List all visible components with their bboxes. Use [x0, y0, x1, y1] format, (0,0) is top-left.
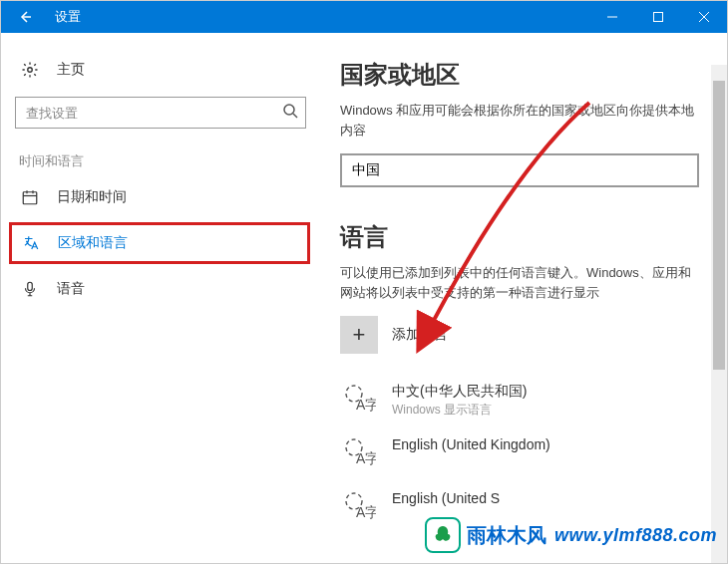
back-button[interactable] — [1, 1, 49, 33]
country-dropdown[interactable]: 中国 — [340, 153, 699, 187]
sidebar-item-label: 语音 — [57, 280, 85, 298]
home-link[interactable]: 主页 — [1, 51, 320, 89]
svg-text:A字: A字 — [356, 450, 376, 466]
arrow-left-icon — [17, 9, 33, 25]
svg-text:A字: A字 — [356, 504, 376, 520]
minimize-button[interactable] — [589, 1, 635, 33]
watermark-logo-icon — [425, 517, 461, 553]
svg-text:A字: A字 — [356, 397, 376, 413]
watermark-url: www.ylmf888.com — [554, 525, 717, 546]
watermark: 雨林木风 www.ylmf888.com — [425, 517, 717, 553]
home-label: 主页 — [57, 61, 85, 79]
sidebar-item-speech[interactable]: 语音 — [1, 268, 320, 310]
sidebar-item-label: 区域和语言 — [58, 234, 128, 252]
language-heading: 语言 — [340, 221, 727, 253]
titlebar: 设置 — [1, 1, 727, 33]
add-language-button[interactable]: + 添加语言 — [340, 316, 727, 354]
search-wrap — [15, 97, 306, 129]
svg-rect-12 — [28, 282, 33, 290]
close-button[interactable] — [681, 1, 727, 33]
language-desc: 可以使用已添加到列表中的任何语言键入。Windows、应用和网站将以列表中受支持… — [340, 263, 699, 302]
search-input[interactable] — [15, 97, 306, 129]
content-panel: 国家或地区 Windows 和应用可能会根据你所在的国家或地区向你提供本地内容 … — [320, 33, 727, 563]
region-heading: 国家或地区 — [340, 59, 727, 91]
region-desc: Windows 和应用可能会根据你所在的国家或地区向你提供本地内容 — [340, 101, 699, 140]
add-language-label: 添加语言 — [392, 326, 448, 344]
language-name: 中文(中华人民共和国) — [392, 382, 527, 402]
nav-group-header: 时间和语言 — [1, 142, 320, 176]
svg-rect-8 — [23, 192, 37, 204]
calendar-icon — [19, 188, 41, 206]
scrollbar[interactable] — [711, 65, 727, 563]
language-subtitle: Windows 显示语言 — [392, 402, 527, 419]
language-name: English (United Kingdom) — [392, 435, 550, 455]
svg-point-5 — [28, 68, 33, 73]
dropdown-value: 中国 — [352, 161, 380, 179]
language-glyph-icon: A字 — [340, 489, 378, 527]
language-glyph-icon: A字 — [340, 435, 378, 473]
search-icon — [282, 103, 298, 123]
language-item[interactable]: A字 中文(中华人民共和国) Windows 显示语言 — [340, 374, 727, 427]
sidebar-item-region-language[interactable]: 区域和语言 — [20, 234, 299, 252]
plus-icon: + — [340, 316, 378, 354]
sidebar-item-label: 日期和时间 — [57, 188, 127, 206]
language-glyph-icon: A字 — [340, 382, 378, 420]
window-title: 设置 — [49, 8, 589, 26]
sidebar-item-datetime[interactable]: 日期和时间 — [1, 176, 320, 218]
watermark-brand: 雨林木风 — [467, 522, 546, 549]
svg-rect-2 — [654, 13, 663, 22]
sidebar: 主页 时间和语言 日期和时间 区域和语言 — [1, 33, 320, 563]
language-item[interactable]: A字 English (United Kingdom) — [340, 427, 727, 481]
maximize-button[interactable] — [635, 1, 681, 33]
microphone-icon — [19, 280, 41, 298]
svg-point-6 — [284, 105, 294, 115]
svg-line-7 — [293, 114, 297, 118]
globe-language-icon — [20, 234, 42, 252]
language-name: English (United S — [392, 489, 500, 509]
gear-icon — [19, 61, 41, 79]
window-controls — [589, 1, 727, 33]
scrollbar-thumb[interactable] — [713, 81, 725, 370]
